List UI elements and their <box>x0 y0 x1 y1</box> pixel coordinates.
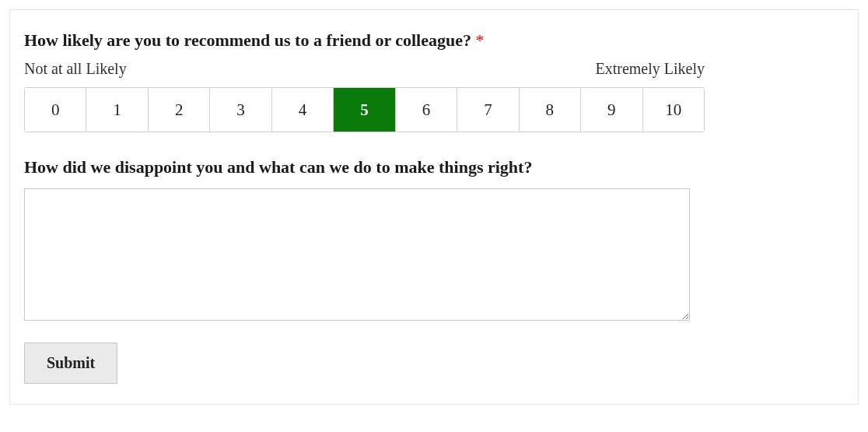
scale-option-8[interactable]: 8 <box>520 88 581 132</box>
scale-option-10[interactable]: 10 <box>643 88 704 132</box>
scale-option-4[interactable]: 4 <box>272 88 334 132</box>
scale-anchor-labels: Not at all Likely Extremely Likely <box>24 60 705 78</box>
feedback-textarea[interactable] <box>24 188 690 321</box>
survey-form: How likely are you to recommend us to a … <box>9 9 859 405</box>
scale-low-label: Not at all Likely <box>24 60 127 78</box>
scale-option-5[interactable]: 5 <box>334 88 395 132</box>
scale-option-3[interactable]: 3 <box>210 88 271 132</box>
scale-option-7[interactable]: 7 <box>457 88 519 132</box>
nps-question-text: How likely are you to recommend us to a … <box>24 30 471 50</box>
scale-high-label: Extremely Likely <box>595 60 705 78</box>
submit-button[interactable]: Submit <box>24 342 117 384</box>
scale-option-9[interactable]: 9 <box>581 88 642 132</box>
required-marker: * <box>476 30 485 50</box>
nps-scale: 0 1 2 3 4 5 6 7 8 9 10 <box>24 87 705 132</box>
scale-option-0[interactable]: 0 <box>25 88 86 132</box>
scale-option-2[interactable]: 2 <box>149 88 210 132</box>
feedback-question-label: How did we disappoint you and what can w… <box>24 157 844 177</box>
nps-question-label: How likely are you to recommend us to a … <box>24 30 844 51</box>
scale-option-6[interactable]: 6 <box>396 88 457 132</box>
scale-option-1[interactable]: 1 <box>86 88 148 132</box>
